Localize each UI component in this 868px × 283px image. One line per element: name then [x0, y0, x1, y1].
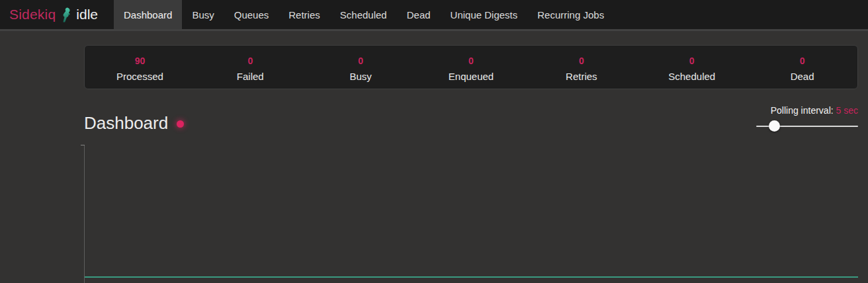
sidekiq-character-icon: [60, 7, 71, 23]
stat-retries-value: 0: [526, 56, 636, 65]
nav-item-busy[interactable]: Busy: [182, 0, 224, 29]
stat-processed-value: 90: [85, 56, 195, 65]
main-nav: Dashboard Busy Queues Retries Scheduled …: [114, 0, 614, 29]
realtime-graph: [84, 145, 858, 283]
stat-dead[interactable]: 0 Dead: [747, 46, 857, 89]
nav-item-dashboard[interactable]: Dashboard: [114, 0, 182, 29]
live-beacon-dot: [177, 120, 184, 128]
polling-interval-control: Polling interval: 5 sec: [726, 105, 858, 132]
stat-enqueued-label: Enqueued: [416, 71, 527, 82]
stat-processed[interactable]: 90 Processed: [85, 46, 195, 89]
nav-item-retries[interactable]: Retries: [279, 0, 330, 29]
stat-busy[interactable]: 0 Busy: [306, 46, 416, 89]
stat-busy-label: Busy: [306, 71, 416, 82]
stat-failed-value: 0: [195, 56, 306, 65]
polling-interval-text: Polling interval:: [771, 105, 836, 116]
stat-dead-label: Dead: [747, 71, 857, 82]
stat-busy-value: 0: [306, 56, 416, 65]
brand-link[interactable]: Sidekiq idle: [0, 0, 106, 29]
stat-enqueued-value: 0: [416, 56, 527, 65]
nav-item-scheduled[interactable]: Scheduled: [330, 0, 397, 29]
dashboard-header-row: Dashboard Polling interval: 5 sec: [84, 105, 858, 136]
stat-failed-label: Failed: [195, 71, 306, 82]
y-axis-tick: [81, 145, 85, 145]
stat-dead-value: 0: [747, 56, 857, 65]
stat-retries-label: Retries: [526, 71, 636, 82]
nav-item-dead[interactable]: Dead: [397, 0, 441, 29]
polling-interval-label: Polling interval: 5 sec: [726, 105, 858, 116]
polling-interval-slider[interactable]: [756, 120, 858, 132]
page-content: 90 Processed 0 Failed 0 Busy 0 Enqueued …: [84, 45, 858, 283]
polling-interval-value: 5 sec: [836, 105, 858, 116]
nav-item-queues[interactable]: Queues: [224, 0, 279, 29]
stat-retries[interactable]: 0 Retries: [526, 46, 636, 89]
stat-enqueued[interactable]: 0 Enqueued: [416, 46, 527, 89]
nav-item-unique-digests[interactable]: Unique Digests: [441, 0, 528, 29]
slider-thumb[interactable]: [769, 120, 780, 132]
stats-summary-bar: 90 Processed 0 Failed 0 Busy 0 Enqueued …: [84, 45, 858, 89]
graph-flat-line: [85, 276, 858, 278]
stat-scheduled[interactable]: 0 Scheduled: [636, 46, 747, 89]
process-status: idle: [76, 7, 98, 22]
stat-scheduled-value: 0: [636, 56, 747, 65]
top-navbar: Sidekiq idle Dashboard Busy Queues Retri…: [0, 0, 868, 31]
stat-scheduled-label: Scheduled: [636, 71, 747, 82]
nav-item-recurring-jobs[interactable]: Recurring Jobs: [527, 0, 614, 29]
stat-processed-label: Processed: [85, 71, 195, 82]
page-title: Dashboard: [84, 113, 168, 134]
stat-failed[interactable]: 0 Failed: [195, 46, 306, 89]
brand-name: Sidekiq: [9, 7, 56, 22]
